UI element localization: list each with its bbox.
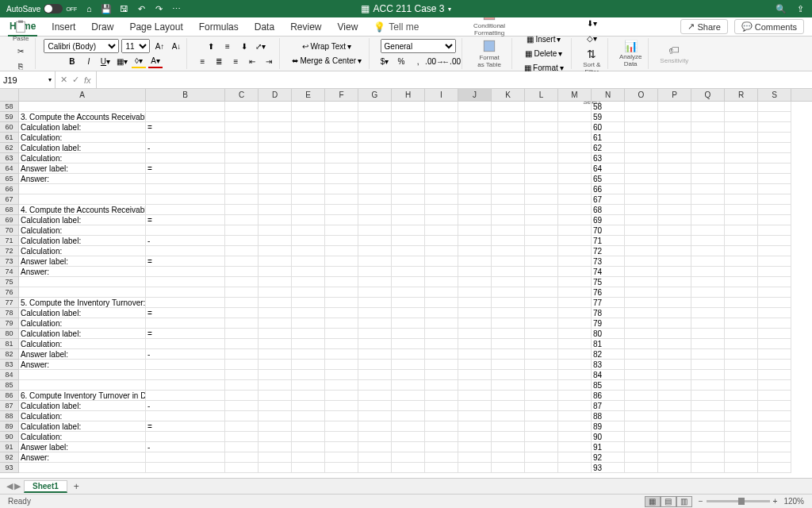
cell[interactable] <box>492 339 525 349</box>
cell[interactable] <box>492 133 525 143</box>
cell[interactable] <box>259 401 292 411</box>
cell[interactable] <box>458 102 492 112</box>
cell[interactable] <box>558 184 592 194</box>
wrap-text-button[interactable]: ↩Wrap Text ▾ <box>298 40 355 53</box>
cell[interactable] <box>425 421 458 432</box>
cell[interactable] <box>458 133 492 143</box>
cell[interactable] <box>758 122 791 133</box>
cell[interactable] <box>758 143 791 153</box>
cell[interactable] <box>758 184 791 194</box>
cell[interactable]: 63 <box>592 153 625 164</box>
cell[interactable] <box>425 184 458 194</box>
cell[interactable] <box>392 421 425 432</box>
cell[interactable] <box>758 267 791 277</box>
cell[interactable] <box>625 411 658 421</box>
cell[interactable] <box>492 421 525 432</box>
cell[interactable] <box>392 370 425 380</box>
cell[interactable] <box>725 308 758 318</box>
cell[interactable] <box>225 452 259 463</box>
cell[interactable]: = <box>146 256 225 267</box>
cell[interactable] <box>558 452 592 463</box>
cell[interactable] <box>625 432 658 442</box>
cell[interactable] <box>691 277 725 287</box>
cell[interactable] <box>358 205 392 215</box>
cell[interactable] <box>325 267 358 277</box>
currency-icon[interactable]: $▾ <box>377 54 392 68</box>
cell[interactable] <box>458 401 492 411</box>
cell[interactable] <box>758 411 791 421</box>
cell[interactable] <box>146 184 225 194</box>
cell[interactable] <box>325 153 358 164</box>
cell[interactable] <box>691 215 725 225</box>
cell[interactable] <box>292 287 325 298</box>
cell[interactable] <box>458 277 492 287</box>
cell[interactable] <box>392 143 425 153</box>
cell[interactable] <box>292 102 325 112</box>
cell[interactable] <box>625 133 658 143</box>
cell[interactable] <box>625 256 658 267</box>
cell[interactable] <box>292 463 325 473</box>
cell[interactable] <box>358 112 392 122</box>
cell[interactable] <box>358 267 392 277</box>
cell[interactable]: Answer label: <box>19 349 146 360</box>
col-header-O[interactable]: O <box>625 89 658 101</box>
row-header[interactable]: 83 <box>0 360 19 370</box>
cell[interactable] <box>425 236 458 246</box>
cell[interactable] <box>558 153 592 164</box>
cell[interactable] <box>558 205 592 215</box>
cell[interactable] <box>259 236 292 246</box>
cell[interactable]: 59 <box>592 112 625 122</box>
cell[interactable] <box>458 236 492 246</box>
cell[interactable] <box>625 318 658 329</box>
cell[interactable] <box>691 421 725 432</box>
cell[interactable] <box>625 329 658 339</box>
cell[interactable] <box>725 318 758 329</box>
cell[interactable]: 64 <box>592 164 625 174</box>
cell[interactable] <box>492 246 525 256</box>
cell[interactable]: Calculation: <box>19 411 146 421</box>
cell[interactable] <box>358 174 392 184</box>
cell[interactable] <box>525 401 558 411</box>
cell[interactable] <box>392 225 425 236</box>
cell[interactable] <box>625 452 658 463</box>
cell[interactable] <box>425 153 458 164</box>
cell[interactable] <box>758 421 791 432</box>
cell[interactable]: 61 <box>592 133 625 143</box>
cell[interactable] <box>658 308 691 318</box>
cell[interactable] <box>658 421 691 432</box>
cell[interactable] <box>525 256 558 267</box>
cell[interactable] <box>725 164 758 174</box>
cell[interactable] <box>525 442 558 452</box>
cell[interactable] <box>725 102 758 112</box>
col-header-D[interactable]: D <box>259 89 292 101</box>
cell[interactable] <box>292 452 325 463</box>
cell[interactable] <box>458 370 492 380</box>
cell[interactable] <box>225 174 259 184</box>
cell[interactable] <box>358 370 392 380</box>
cell[interactable] <box>525 267 558 277</box>
cell[interactable] <box>259 380 292 391</box>
cell[interactable] <box>425 463 458 473</box>
cell[interactable] <box>525 102 558 112</box>
sheet-tab[interactable]: Sheet1 <box>24 480 67 493</box>
cell[interactable] <box>225 236 259 246</box>
formula-input[interactable] <box>97 71 812 88</box>
cell[interactable] <box>146 380 225 391</box>
cell[interactable] <box>492 401 525 411</box>
clear-icon[interactable]: ◇▾ <box>584 32 599 46</box>
cell[interactable] <box>625 215 658 225</box>
row-header[interactable]: 78 <box>0 308 19 318</box>
cell[interactable]: 67 <box>592 194 625 205</box>
search-icon[interactable]: 🔍 <box>776 3 787 14</box>
cell[interactable] <box>259 308 292 318</box>
cell[interactable] <box>458 246 492 256</box>
cell[interactable] <box>325 164 358 174</box>
align-center-icon[interactable]: ≣ <box>212 54 226 68</box>
cell[interactable] <box>691 380 725 391</box>
cell[interactable] <box>292 215 325 225</box>
cell[interactable] <box>225 184 259 194</box>
cell[interactable] <box>558 112 592 122</box>
cell[interactable] <box>325 277 358 287</box>
cell[interactable] <box>392 339 425 349</box>
increase-decimal-icon[interactable]: .00→ <box>427 54 442 68</box>
